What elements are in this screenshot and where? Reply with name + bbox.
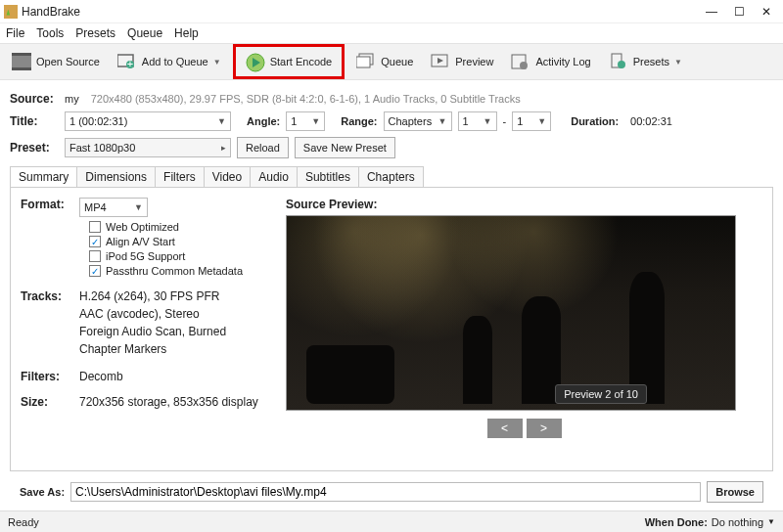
chevron-right-icon: ▸ <box>221 143 226 153</box>
chevron-down-icon[interactable]: ▼ <box>213 58 221 66</box>
tab-summary[interactable]: Summary <box>10 166 77 187</box>
ipod-checkbox[interactable]: iPod 5G Support <box>89 250 270 262</box>
activity-log-button[interactable]: Activity Log <box>505 49 596 74</box>
filters-label: Filters: <box>21 370 79 383</box>
source-row: Source: my 720x480 (853x480), 29.97 FPS,… <box>10 92 773 106</box>
save-as-label: Save As: <box>20 486 65 498</box>
svg-rect-2 <box>12 53 31 56</box>
presets-button[interactable]: Presets ▼ <box>603 49 688 74</box>
start-encode-highlight: Start Encode <box>233 44 345 79</box>
summary-pane: Format: MP4▼ Web Optimized ✓Align A/V St… <box>10 188 773 471</box>
filters-value: Decomb <box>79 370 123 383</box>
chevron-down-icon: ▼ <box>537 116 546 126</box>
preview-label: Preview <box>455 56 493 67</box>
menu-tools[interactable]: Tools <box>36 26 64 40</box>
duration-label: Duration: <box>571 115 619 127</box>
title-label: Title: <box>10 114 59 128</box>
browse-button[interactable]: Browse <box>707 481 763 503</box>
save-as-input[interactable] <box>70 482 701 502</box>
checkbox-checked-icon: ✓ <box>89 265 101 277</box>
preview-scene <box>287 216 735 410</box>
tab-dimensions[interactable]: Dimensions <box>76 166 156 187</box>
tracks-1: AAC (avcodec), Stereo <box>79 307 200 321</box>
statusbar: Ready When Done: Do nothing ▼ <box>0 510 783 532</box>
window-title: HandBrake <box>22 5 705 19</box>
align-av-checkbox[interactable]: ✓Align A/V Start <box>89 236 270 247</box>
save-new-preset-button[interactable]: Save New Preset <box>295 137 395 158</box>
play-icon <box>246 53 265 70</box>
preset-row: Preset: Fast 1080p30▸ Reload Save New Pr… <box>10 137 773 158</box>
angle-label: Angle: <box>247 115 280 127</box>
close-button[interactable]: ✕ <box>760 5 773 19</box>
passthru-label: Passthru Common Metadata <box>106 265 243 277</box>
ipod-label: iPod 5G Support <box>106 250 185 262</box>
range-type: Chapters <box>389 115 433 127</box>
svg-text:+: + <box>127 58 133 69</box>
tab-filters[interactable]: Filters <box>155 166 205 187</box>
angle-value: 1 <box>291 115 297 127</box>
align-av-label: Align A/V Start <box>106 236 175 247</box>
svg-point-12 <box>520 62 528 69</box>
svg-rect-0 <box>4 5 18 19</box>
menu-file[interactable]: File <box>6 26 24 40</box>
format-combo[interactable]: MP4▼ <box>79 198 148 217</box>
passthru-checkbox[interactable]: ✓Passthru Common Metadata <box>89 265 270 277</box>
chevron-down-icon[interactable]: ▼ <box>674 58 682 66</box>
chevron-down-icon: ▼ <box>311 116 320 126</box>
range-from: 1 <box>463 115 469 127</box>
tab-audio[interactable]: Audio <box>250 166 298 187</box>
preview-prev-button[interactable]: < <box>487 419 523 438</box>
source-preview-label: Source Preview: <box>286 198 762 211</box>
silhouette <box>463 316 492 404</box>
toolbar: Open Source + Add to Queue ▼ Start Encod… <box>0 43 783 80</box>
source-preview[interactable]: Preview 2 of 10 <box>286 215 736 411</box>
document-plus-icon <box>609 53 628 70</box>
reload-button[interactable]: Reload <box>237 137 289 158</box>
tab-chapters[interactable]: Chapters <box>358 166 424 187</box>
format-value: MP4 <box>84 201 107 213</box>
queue-button[interactable]: Queue <box>350 49 419 74</box>
open-source-label: Open Source <box>36 56 100 67</box>
svg-rect-3 <box>12 67 31 70</box>
range-dash: - <box>503 115 507 127</box>
title-combo[interactable]: 1 (00:02:31)▼ <box>65 111 231 131</box>
menu-queue[interactable]: Queue <box>127 26 162 40</box>
chevron-down-icon: ▼ <box>217 116 226 126</box>
preset-combo[interactable]: Fast 1080p30▸ <box>65 138 231 157</box>
range-type-combo[interactable]: Chapters▼ <box>384 111 452 131</box>
start-encode-button[interactable]: Start Encode <box>240 49 339 74</box>
menu-help[interactable]: Help <box>174 26 199 40</box>
size-value: 720x356 storage, 853x356 display <box>79 395 258 409</box>
preset-label: Preset: <box>10 141 59 155</box>
tabs: Summary Dimensions Filters Video Audio S… <box>10 166 773 188</box>
when-done-value[interactable]: Do nothing <box>712 516 763 528</box>
checkbox-icon <box>89 221 101 233</box>
maximize-button[interactable]: ☐ <box>732 5 746 19</box>
tracks-label: Tracks: <box>21 289 79 303</box>
angle-combo[interactable]: 1▼ <box>286 111 325 131</box>
status-ready: Ready <box>8 516 39 528</box>
chevron-down-icon: ▼ <box>438 116 447 126</box>
checkbox-icon <box>89 250 101 262</box>
preview-button[interactable]: Preview <box>425 49 499 74</box>
reload-label: Reload <box>246 142 280 154</box>
add-to-queue-button[interactable]: + Add to Queue ▼ <box>112 49 227 74</box>
tab-video[interactable]: Video <box>204 166 251 187</box>
range-to-combo[interactable]: 1▼ <box>512 111 551 131</box>
range-to: 1 <box>517 115 523 127</box>
range-from-combo[interactable]: 1▼ <box>458 111 497 131</box>
chevron-down-icon: ▼ <box>484 116 492 126</box>
minimize-button[interactable]: — <box>705 5 718 19</box>
browse-label: Browse <box>715 486 755 498</box>
chevron-down-icon[interactable]: ▼ <box>767 517 775 526</box>
format-label: Format: <box>21 198 79 217</box>
menu-presets[interactable]: Presets <box>75 26 115 40</box>
open-source-button[interactable]: Open Source <box>6 49 106 74</box>
web-optimized-checkbox[interactable]: Web Optimized <box>89 221 270 233</box>
tab-subtitles[interactable]: Subtitles <box>297 166 359 187</box>
preset-value: Fast 1080p30 <box>69 142 135 154</box>
start-encode-label: Start Encode <box>270 56 333 67</box>
title-row: Title: 1 (00:02:31)▼ Angle: 1▼ Range: Ch… <box>10 111 773 131</box>
preview-next-button[interactable]: > <box>527 419 562 438</box>
tracks-3: Chapter Markers <box>79 342 166 356</box>
